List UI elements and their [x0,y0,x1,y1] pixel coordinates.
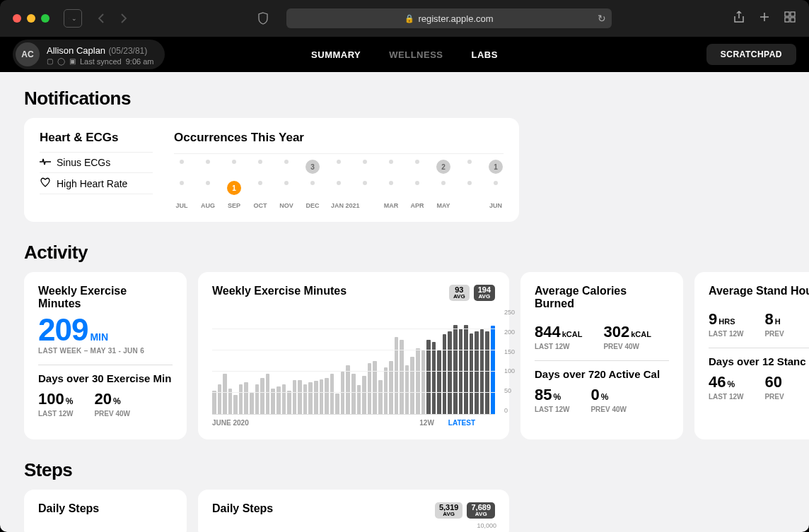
svg-rect-5 [791,18,795,22]
privacy-shield-icon[interactable] [254,9,272,28]
user-dob: (05/23/81) [109,46,148,56]
daily-steps-summary-card[interactable]: Daily Steps [24,490,187,532]
section-steps-title: Steps [24,459,809,481]
heart-ecgs-title: Heart & ECGs [40,131,153,145]
avg-badge-prev: 93AVG [449,285,470,301]
last-synced-time: 9:06 am [126,57,154,66]
url-text: register.apple.com [418,13,493,24]
browser-toolbar: ⌄ 🔒 register.apple.com ↻ [0,0,809,37]
avg-badge-recent: 194AVG [474,285,495,301]
share-button[interactable] [733,11,745,26]
calories-card[interactable]: Average Calories Burned 844kCALLAST 12W … [520,272,683,439]
sidebar-toggle-button[interactable]: ⌄ [64,9,82,28]
weekly-exercise-summary-card[interactable]: Weekly Exercise Minutes 209MIN LAST WEEK… [24,272,187,439]
section-activity-title: Activity [24,242,809,264]
nav-arrows [92,9,133,28]
svg-rect-0 [69,18,69,19]
notif-item-high-heart-rate[interactable]: High Heart Rate [40,173,153,194]
notif-item-sinus-ecgs[interactable]: Sinus ECGs [40,152,153,173]
svg-rect-3 [791,12,795,16]
user-name: Allison Caplan [47,45,105,56]
device-watch-icon: ◯ [57,57,65,65]
ecg-icon [40,157,51,168]
device-other-icon: ▣ [69,57,76,65]
new-tab-button[interactable] [758,11,771,26]
app-header: AC Allison Caplan (05/23/81) ▢ ◯ ▣ Last … [0,37,809,72]
last-synced-label: Last synced [80,57,122,66]
close-window-button[interactable] [13,14,21,23]
main-tabs: SUMMARY WELLNESS LABS [311,49,498,60]
heart-icon [40,177,51,189]
user-pod[interactable]: AC Allison Caplan (05/23/81) ▢ ◯ ▣ Last … [13,40,165,69]
window-controls [13,14,50,23]
section-notifications-title: Notifications [24,88,809,110]
notifications-card: Heart & ECGs Sinus ECGs High Heart Rate … [24,118,519,222]
svg-rect-4 [785,18,789,22]
svg-rect-2 [785,12,789,16]
weekly-exercise-chart-card[interactable]: Weekly Exercise Minutes 93AVG 194AVG 250… [198,272,509,439]
tab-wellness[interactable]: WELLNESS [389,49,443,60]
main-content: Notifications Heart & ECGs Sinus ECGs Hi… [0,72,809,532]
lock-icon: 🔒 [404,14,414,23]
occurrences-grid: 321 1 JULAUGSEPOCTNOVDECJAN 2021MARAPRMA… [174,153,504,209]
forward-button[interactable] [115,9,133,28]
device-phone-icon: ▢ [47,57,53,65]
minimize-window-button[interactable] [27,14,35,23]
exercise-bar-chart: 250200150100500 [212,309,495,415]
scratchpad-button[interactable]: SCRATCHPAD [706,44,796,65]
tab-overview-button[interactable] [784,11,796,26]
avatar: AC [16,42,40,66]
steps-avg-badge-recent: 7,689AVG [467,502,495,519]
tab-labs[interactable]: LABS [472,49,498,60]
tab-summary[interactable]: SUMMARY [311,49,361,60]
back-button[interactable] [92,9,110,28]
url-bar[interactable]: 🔒 register.apple.com ↻ [286,8,612,28]
daily-steps-chart-card[interactable]: Daily Steps 5,319AVG 7,689AVG 10,000 [198,490,509,532]
steps-avg-badge-prev: 5,319AVG [435,502,463,519]
fullscreen-window-button[interactable] [41,14,50,23]
exercise-minutes-value: 209 [38,312,88,347]
stand-hours-card[interactable]: Average Stand Hou 9HRSLAST 12W 8HPREV Da… [694,272,809,439]
occurrences-title: Occurrences This Year [174,131,504,145]
reload-button[interactable]: ↻ [598,13,606,24]
